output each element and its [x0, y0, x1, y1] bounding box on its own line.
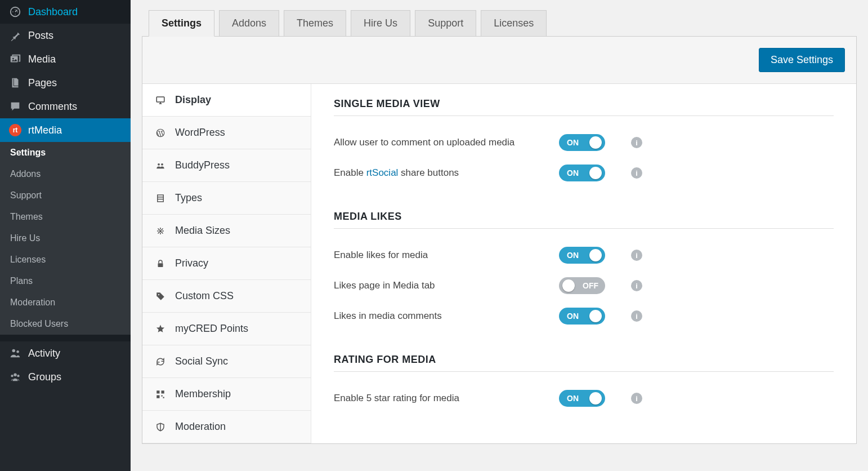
settings-nav-wordpress[interactable]: WordPress — [142, 117, 311, 149]
sidebar-item-activity[interactable]: Activity — [0, 341, 131, 365]
svg-point-5 — [14, 374, 17, 377]
settings-nav-display[interactable]: Display — [142, 84, 311, 117]
svg-point-7 — [17, 375, 19, 377]
media-sizes-icon — [155, 226, 166, 236]
sidebar-sub-support[interactable]: Support — [0, 185, 131, 206]
pin-icon — [8, 29, 23, 42]
sidebar-item-label: Groups — [28, 371, 61, 383]
sidebar-sub-plans[interactable]: Plans — [0, 270, 131, 292]
rtsocial-link[interactable]: rtSocial — [366, 167, 399, 178]
activity-icon — [8, 347, 23, 359]
settings-nav-moderation[interactable]: Moderation — [142, 411, 311, 443]
sidebar-item-label: Comments — [28, 101, 77, 113]
info-icon[interactable]: i — [631, 280, 642, 291]
info-icon[interactable]: i — [631, 137, 642, 148]
settings-nav-types[interactable]: Types — [142, 182, 311, 215]
setting-label: Allow user to comment on uploaded media — [334, 137, 559, 148]
svg-point-3 — [12, 349, 16, 353]
toggle-enable-rating[interactable]: ON — [559, 390, 605, 407]
sidebar-sub-settings[interactable]: Settings — [0, 142, 131, 163]
info-icon[interactable]: i — [631, 167, 642, 179]
sidebar-item-dashboard[interactable]: Dashboard — [0, 0, 131, 24]
sidebar-item-pages[interactable]: Pages — [0, 71, 131, 95]
setting-label: Likes page in Media tab — [334, 280, 559, 291]
setting-row-likes-page: Likes page in Media tab OFF i — [334, 270, 834, 301]
settings-nav-mycred[interactable]: myCRED Points — [142, 313, 311, 345]
tab-support[interactable]: Support — [415, 10, 476, 37]
sidebar-sub-moderation[interactable]: Moderation — [0, 292, 131, 313]
settings-content: SINGLE MEDIA VIEW Allow user to comment … — [311, 84, 856, 443]
sync-icon — [155, 357, 166, 367]
settings-nav-membership[interactable]: Membership — [142, 378, 311, 411]
sidebar-item-rtmedia[interactable]: rt rtMedia — [0, 118, 131, 142]
svg-point-6 — [11, 375, 13, 377]
dashboard-icon — [8, 6, 23, 18]
media-icon — [8, 53, 23, 65]
tab-themes[interactable]: Themes — [284, 10, 346, 37]
setting-label: Likes in media comments — [334, 310, 559, 322]
settings-nav-buddypress[interactable]: BuddyPress — [142, 149, 311, 182]
settings-nav-customcss[interactable]: Custom CSS — [142, 280, 311, 313]
star-icon — [155, 324, 166, 334]
setting-label: Enable likes for media — [334, 250, 559, 261]
tab-addons[interactable]: Addons — [219, 10, 279, 37]
tab-licenses[interactable]: Licenses — [481, 10, 547, 37]
svg-rect-19 — [163, 397, 164, 398]
shield-icon — [155, 422, 166, 432]
sidebar-item-media[interactable]: Media — [0, 47, 131, 71]
settings-panel: Save Settings Display WordPress BuddyPre… — [142, 36, 857, 444]
toggle-likes-page[interactable]: OFF — [559, 277, 605, 294]
sidebar-sub-licenses[interactable]: Licenses — [0, 249, 131, 270]
svg-rect-1 — [11, 56, 18, 63]
tab-settings[interactable]: Settings — [149, 10, 214, 37]
section-divider — [334, 228, 834, 229]
lock-icon — [155, 259, 166, 269]
toggle-likes-comments[interactable]: ON — [559, 308, 605, 325]
info-icon[interactable]: i — [631, 393, 642, 404]
toggle-rtsocial[interactable]: ON — [559, 165, 605, 181]
svg-rect-15 — [156, 390, 159, 393]
toggle-enable-likes[interactable]: ON — [559, 247, 605, 264]
svg-rect-12 — [158, 195, 164, 202]
setting-row-allow-comments: Allow user to comment on uploaded media … — [334, 127, 834, 158]
sidebar-item-label: rtMedia — [28, 125, 62, 136]
save-settings-button[interactable]: Save Settings — [759, 48, 845, 72]
pages-icon — [8, 77, 23, 89]
settings-nav-privacy[interactable]: Privacy — [142, 247, 311, 280]
sidebar-sub-blockedusers[interactable]: Blocked Users — [0, 313, 131, 335]
sidebar-item-label: Media — [28, 54, 56, 65]
section-title-rating: RATING FOR MEDIA — [334, 354, 834, 366]
section-title-single-media: SINGLE MEDIA VIEW — [334, 98, 834, 110]
setting-row-enable-rating: Enable 5 star rating for media ON i — [334, 383, 834, 414]
display-icon — [155, 95, 166, 105]
sidebar-item-groups[interactable]: Groups — [0, 365, 131, 389]
section-divider — [334, 115, 834, 116]
sidebar-item-label: Activity — [28, 348, 60, 359]
sidebar-item-comments[interactable]: Comments — [0, 95, 131, 118]
sidebar-sub-hireus[interactable]: Hire Us — [0, 228, 131, 249]
settings-nav-socialsync[interactable]: Social Sync — [142, 345, 311, 378]
sidebar-item-label: Dashboard — [28, 6, 78, 18]
tag-icon — [155, 291, 166, 301]
setting-row-enable-likes: Enable likes for media ON i — [334, 240, 834, 270]
svg-rect-17 — [156, 395, 159, 398]
settings-nav-mediasizes[interactable]: Media Sizes — [142, 215, 311, 247]
info-icon[interactable]: i — [631, 250, 642, 261]
tab-hireus[interactable]: Hire Us — [351, 10, 410, 37]
groups-icon — [8, 371, 23, 383]
sidebar-sub-addons[interactable]: Addons — [0, 163, 131, 185]
qr-icon — [155, 389, 166, 399]
sidebar-sub-themes[interactable]: Themes — [0, 206, 131, 228]
toggle-allow-comments[interactable]: ON — [559, 134, 605, 151]
svg-point-4 — [16, 350, 19, 353]
svg-point-2 — [12, 58, 14, 60]
svg-rect-18 — [162, 395, 163, 396]
sidebar-item-posts[interactable]: Posts — [0, 24, 131, 47]
svg-rect-8 — [156, 97, 164, 102]
section-divider — [334, 371, 834, 372]
info-icon[interactable]: i — [631, 310, 642, 322]
setting-row-rtsocial: Enable rtSocial share buttons ON i — [334, 158, 834, 188]
sidebar-item-label: Posts — [28, 30, 53, 42]
main-content: Settings Addons Themes Hire Us Support L… — [131, 0, 868, 455]
buddypress-icon — [155, 161, 166, 171]
